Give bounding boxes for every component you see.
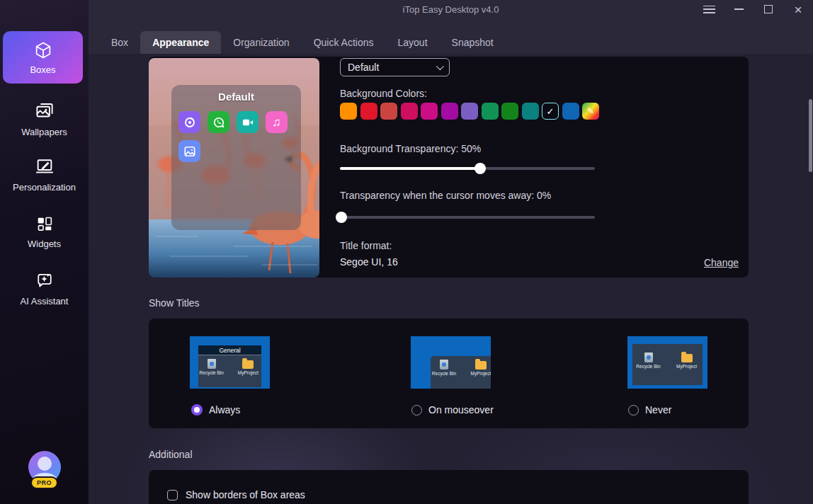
tab-layout[interactable]: Layout: [386, 31, 440, 54]
sidebar-item-widgets[interactable]: Widgets: [0, 214, 89, 249]
color-swatch[interactable]: [340, 103, 357, 120]
radio-label: Never: [645, 404, 671, 416]
sidebar-item-personalization[interactable]: Personalization: [0, 156, 89, 193]
chat-sparkle-icon: [34, 270, 55, 291]
chevron-down-icon: [436, 62, 444, 70]
show-titles-heading: Show Titles: [149, 297, 200, 309]
box-style-dropdown[interactable]: Default: [340, 58, 450, 76]
show-borders-checkbox-row[interactable]: Show borders of Box areas: [167, 489, 305, 500]
radio-button-icon[interactable]: [411, 405, 422, 416]
close-icon[interactable]: ×: [783, 0, 813, 18]
preview-box-title: Default: [171, 91, 301, 103]
color-swatch[interactable]: [501, 103, 518, 120]
color-swatch[interactable]: [562, 103, 579, 120]
color-swatch[interactable]: [441, 103, 458, 120]
eyedropper-icon: ✎: [587, 106, 594, 116]
folder-icon: [475, 361, 487, 370]
background-color-swatches: ✓ ✎: [340, 103, 599, 120]
sidebar-item-wallpapers[interactable]: Wallpapers: [0, 101, 89, 137]
laptop-pen-icon: [34, 156, 55, 177]
check-icon: ✓: [547, 106, 555, 117]
color-swatch[interactable]: [461, 103, 478, 120]
cursor-transparency-label: Transparency when the cursor moves away:…: [340, 190, 551, 201]
mini-box: Recycle Bin MyProject: [431, 356, 491, 389]
color-swatch-selected[interactable]: ✓: [542, 103, 559, 120]
background-colors-label: Background Colors:: [340, 88, 427, 99]
checkbox-label: Show borders of Box areas: [186, 489, 305, 500]
sidebar-item-label: Personalization: [13, 182, 76, 193]
photos-icon: [178, 140, 200, 162]
sidebar: Boxes Wallpapers Personalization: [0, 0, 89, 504]
account-area[interactable]: PRO: [0, 451, 89, 489]
title-format-label: Title format:: [340, 240, 392, 251]
folder-label: MyProject: [238, 370, 258, 375]
radio-always[interactable]: Always: [191, 404, 240, 416]
slider-thumb[interactable]: [336, 212, 347, 223]
radio-button-icon[interactable]: [191, 404, 203, 416]
radio-label: Always: [209, 404, 240, 416]
radio-never[interactable]: Never: [628, 404, 671, 416]
tab-snapshot[interactable]: Snapshot: [440, 31, 506, 54]
color-swatch[interactable]: [401, 103, 418, 120]
sidebar-item-label: AI Assistant: [21, 296, 69, 307]
photos-stack-icon: [34, 101, 55, 122]
recycle-bin-label: Recycle Bin: [636, 364, 660, 369]
minimize-icon[interactable]: [724, 0, 754, 18]
sidebar-item-boxes[interactable]: Boxes: [3, 31, 83, 84]
music-icon: ♫: [266, 111, 288, 133]
folder-icon: [242, 360, 254, 369]
whatsapp-icon: [207, 111, 229, 133]
sidebar-item-label: Wallpapers: [21, 127, 67, 137]
show-titles-option-never-thumbnail[interactable]: Recycle Bin MyProject: [627, 336, 707, 389]
vertical-scrollbar[interactable]: [809, 99, 812, 172]
tab-organization[interactable]: Organization: [221, 31, 301, 54]
checkbox-icon[interactable]: [167, 490, 178, 500]
recycle-bin-icon: [440, 360, 448, 370]
change-title-format-link[interactable]: Change: [704, 257, 739, 268]
window-controls: ×: [694, 0, 813, 18]
show-titles-card: General Recycle Bin MyProject Recycle Bi…: [149, 319, 749, 428]
color-swatch[interactable]: [360, 103, 377, 120]
radio-on-mouseover[interactable]: On mouseover: [411, 404, 494, 416]
sidebar-item-label: Boxes: [30, 64, 55, 75]
folder-label: MyProject: [471, 371, 491, 376]
video-camera-icon: [237, 111, 258, 133]
dropdown-value: Default: [348, 62, 379, 73]
appearance-settings-card: Default: [149, 57, 749, 277]
tab-appearance[interactable]: Appearance: [140, 31, 221, 54]
preview-box-overlay: Default: [171, 85, 301, 230]
tab-quick-actions[interactable]: Quick Actions: [302, 31, 386, 54]
box-preview-image: Default: [149, 58, 319, 277]
folder-icon: [681, 354, 693, 362]
color-swatch[interactable]: [522, 103, 539, 120]
sidebar-item-ai-assistant[interactable]: AI Assistant: [0, 270, 89, 307]
show-titles-option-mouseover-thumbnail[interactable]: Recycle Bin MyProject: [411, 336, 491, 389]
recycle-bin-icon: [644, 353, 653, 362]
cursor-transparency-slider[interactable]: [340, 212, 595, 223]
folder-label: MyProject: [676, 364, 697, 369]
recycle-bin-label: Recycle Bin: [432, 371, 456, 376]
pro-badge: PRO: [30, 476, 58, 489]
content-area: Default: [89, 54, 813, 504]
color-swatch[interactable]: [482, 103, 499, 120]
custom-color-picker-swatch[interactable]: ✎: [582, 103, 599, 120]
mini-box: General Recycle Bin MyProject: [198, 345, 261, 387]
tab-box[interactable]: Box: [99, 31, 140, 54]
bg-transparency-slider[interactable]: [340, 163, 595, 174]
slider-thumb[interactable]: [474, 163, 486, 174]
radio-button-icon[interactable]: [628, 405, 639, 416]
additional-card: Show borders of Box areas: [149, 470, 749, 504]
cube-icon: [33, 40, 53, 60]
color-swatch[interactable]: [421, 103, 438, 120]
sidebar-item-label: Widgets: [28, 239, 61, 249]
recycle-bin-icon: [207, 359, 216, 369]
browser-icon: [178, 111, 200, 133]
recycle-bin-label: Recycle Bin: [200, 370, 224, 375]
show-titles-option-always-thumbnail[interactable]: General Recycle Bin MyProject: [190, 336, 270, 389]
preview-app-icons: ♫: [178, 111, 296, 162]
additional-heading: Additional: [149, 449, 193, 460]
title-format-value: Segoe UI, 16: [340, 256, 398, 268]
color-swatch[interactable]: [380, 103, 397, 120]
menu-icon[interactable]: [694, 0, 724, 18]
maximize-icon[interactable]: [754, 0, 783, 18]
